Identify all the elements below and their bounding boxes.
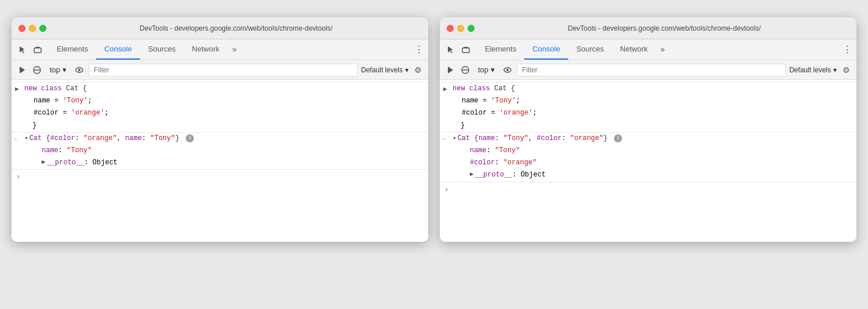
input-line-1-right: ▶ new class Cat { <box>440 83 856 95</box>
output-name-left: name: "Tony" <box>12 145 428 157</box>
input-arrow-left: ▶ <box>15 84 19 95</box>
tab-more-left[interactable]: » <box>227 39 241 60</box>
output-proto-right: ▶ __proto__: Object <box>440 169 856 181</box>
maximize-button-right[interactable] <box>468 25 475 32</box>
eye-icon[interactable] <box>73 64 85 76</box>
info-icon-right: i <box>614 134 622 142</box>
output-line-right: ← ▾Cat {name: "Tony", #color: "orange"} … <box>440 133 856 145</box>
clear-console-icon-right[interactable] <box>459 64 471 76</box>
input-line-3-left: #color = 'orange'; <box>12 107 428 119</box>
info-icon-left: i <box>186 134 194 142</box>
more-menu-left[interactable]: ⋮ <box>414 44 424 60</box>
svg-marker-2 <box>20 67 25 73</box>
run-icon[interactable] <box>16 64 28 76</box>
console-prompt-left[interactable]: › <box>12 170 428 174</box>
levels-selector-right[interactable]: Default levels ▾ <box>789 66 837 74</box>
tab-elements-right[interactable]: Elements <box>477 39 524 60</box>
tab-console-right[interactable]: Console <box>524 39 568 60</box>
console-content-left: ▶ new class Cat { name = 'Tony'; #color … <box>12 80 428 242</box>
close-button[interactable] <box>19 25 25 32</box>
tab-sources-left[interactable]: Sources <box>140 39 184 60</box>
levels-selector-left[interactable]: Default levels ▾ <box>361 66 409 74</box>
cursor-icon-right[interactable] <box>444 43 457 56</box>
maximize-button[interactable] <box>39 25 46 32</box>
console-toolbar-right: top ▾ Default levels ▾ ⚙ <box>440 60 856 80</box>
console-toolbar-left: top ▾ Default levels ▾ ⚙ <box>12 60 428 80</box>
devtools-icons-right <box>444 43 472 60</box>
tab-sources-right[interactable]: Sources <box>568 39 612 60</box>
tab-bar-right: Elements Console Sources Network » ⋮ <box>440 39 856 60</box>
input-line-2-left: name = 'Tony'; <box>12 95 428 107</box>
traffic-lights-left <box>19 25 46 32</box>
window-title-right: DevTools - developers.google.com/web/too… <box>479 24 849 32</box>
traffic-lights-right <box>447 25 475 32</box>
input-line-2-right: name = 'Tony'; <box>440 95 856 107</box>
svg-rect-8 <box>464 47 468 48</box>
tab-network-left[interactable]: Network <box>184 39 228 60</box>
svg-rect-1 <box>35 47 40 48</box>
input-line-4-right: } <box>440 120 856 132</box>
svg-point-13 <box>506 69 509 71</box>
more-menu-right[interactable]: ⋮ <box>843 44 852 60</box>
tab-elements-left[interactable]: Elements <box>49 39 96 60</box>
devtools-window-right: DevTools - developers.google.com/web/too… <box>440 17 856 242</box>
devtools-window-left: DevTools - developers.google.com/web/too… <box>12 17 428 242</box>
output-line-left: ← ▾Cat {#color: "orange", name: "Tony"} … <box>12 133 428 145</box>
output-proto-left: ▶ __proto__: Object <box>12 157 428 169</box>
tab-more-right[interactable]: » <box>656 39 670 60</box>
layers-icon[interactable] <box>31 43 44 56</box>
minimize-button[interactable] <box>29 25 36 32</box>
settings-icon-right[interactable]: ⚙ <box>840 64 852 76</box>
eye-icon-right[interactable] <box>502 64 513 76</box>
context-selector-left[interactable]: top ▾ <box>46 64 70 75</box>
title-bar-left: DevTools - developers.google.com/web/too… <box>12 17 428 39</box>
output-name-right: name: "Tony" <box>440 145 856 157</box>
svg-point-6 <box>78 69 80 71</box>
console-prompt-right[interactable]: › <box>440 182 856 187</box>
filter-input-right[interactable] <box>517 64 786 76</box>
filter-input-left[interactable] <box>89 64 358 76</box>
window-title-left: DevTools - developers.google.com/web/too… <box>51 24 421 32</box>
output-color-right: #color: "orange" <box>440 157 856 169</box>
clear-console-icon[interactable] <box>31 64 43 76</box>
svg-marker-9 <box>448 67 453 73</box>
tab-console-left[interactable]: Console <box>96 39 140 60</box>
svg-rect-7 <box>462 48 469 53</box>
input-line-1-left: ▶ new class Cat { <box>12 83 428 95</box>
settings-icon-left[interactable]: ⚙ <box>412 64 424 76</box>
run-icon-right[interactable] <box>444 64 456 76</box>
input-arrow-right: ▶ <box>443 84 447 95</box>
tab-network-right[interactable]: Network <box>612 39 656 60</box>
input-line-3-right: #color = 'orange'; <box>440 107 856 119</box>
tab-bar-left: Elements Console Sources Network » ⋮ <box>12 39 428 60</box>
context-selector-right[interactable]: top ▾ <box>475 64 498 75</box>
input-line-4-left: } <box>12 120 428 132</box>
cursor-icon[interactable] <box>16 43 29 56</box>
console-content-right: ▶ new class Cat { name = 'Tony'; #color … <box>440 80 856 242</box>
svg-rect-0 <box>34 48 41 53</box>
close-button-right[interactable] <box>447 25 454 32</box>
title-bar-right: DevTools - developers.google.com/web/too… <box>440 17 856 39</box>
layers-icon-right[interactable] <box>459 43 472 56</box>
minimize-button-right[interactable] <box>457 25 464 32</box>
devtools-icons-left <box>16 43 44 60</box>
